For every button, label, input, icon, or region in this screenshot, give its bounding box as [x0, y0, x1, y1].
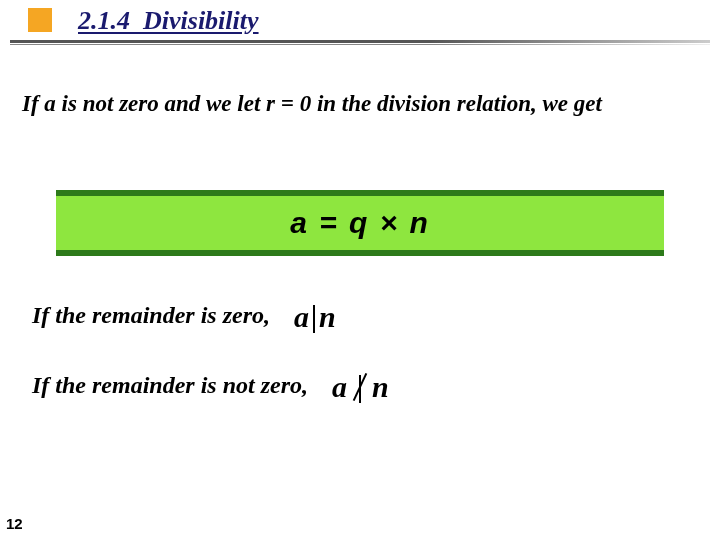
not-divides-symbol: [355, 370, 365, 404]
equation-box: a = q × n: [56, 190, 664, 256]
header-rule: [10, 40, 710, 43]
slide-header: 2.1.4 Divisibility: [0, 0, 720, 50]
section-number: 2.1.4: [78, 6, 130, 35]
not-divides-notation: a n: [332, 370, 389, 404]
bullet-square-icon: [28, 8, 52, 32]
math-n-2: n: [372, 370, 389, 403]
header-rule-thin: [10, 44, 710, 45]
equation-bottom-rule: [56, 250, 664, 256]
math-a-2: a: [332, 370, 347, 403]
remainder-nonzero-text: If the remainder is not zero,: [32, 372, 308, 398]
remainder-nonzero-line: If the remainder is not zero, a n: [32, 370, 692, 404]
divides-bar-icon: [313, 305, 315, 333]
page-number: 12: [6, 515, 23, 532]
math-n: n: [319, 300, 336, 333]
remainder-zero-line: If the remainder is zero, an: [32, 300, 692, 334]
remainder-zero-text: If the remainder is zero,: [32, 302, 270, 328]
equation-text: a = q × n: [290, 206, 430, 239]
section-name: Divisibility: [143, 6, 259, 35]
equation-body: a = q × n: [56, 196, 664, 250]
divides-notation: an: [294, 300, 336, 334]
section-title: 2.1.4 Divisibility: [78, 6, 259, 36]
intro-paragraph: If a is not zero and we let r = 0 in the…: [22, 88, 702, 119]
math-a: a: [294, 300, 309, 333]
